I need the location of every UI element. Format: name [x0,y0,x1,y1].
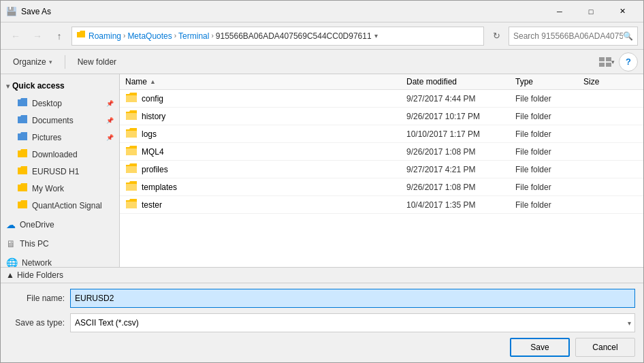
minimize-button[interactable]: ─ [544,1,575,22]
folder-icon [125,163,138,176]
col-name-header[interactable]: Name ▲ [125,77,406,86]
organize-button[interactable]: Organize ▾ [6,52,59,72]
svg-rect-8 [126,95,137,102]
breadcrumb-chevron-icon: ▾ [374,32,378,40]
sidebar-item-mywork[interactable]: My Work [1,180,119,197]
desktop-folder-icon [17,97,28,109]
search-icon: 🔍 [623,31,633,41]
thispc-icon: 🖥 [6,238,16,249]
search-input[interactable] [513,31,623,41]
sidebar-item-quantaction-label: QuantAction Signal [32,201,102,210]
view-options-button[interactable]: ▾ [597,52,616,72]
sidebar-item-pictures-label: Pictures [32,133,61,142]
folder-icon [125,198,138,211]
maximize-button[interactable]: □ [575,1,607,22]
svg-rect-9 [126,113,137,120]
pin-icon-pics: 📌 [106,134,114,141]
file-name-text: MQL4 [142,147,164,157]
quick-access-header[interactable]: ▾ Quick access [1,77,119,95]
col-type-header[interactable]: Type [515,77,583,86]
filename-input[interactable] [70,289,635,308]
svg-rect-12 [126,166,137,173]
forward-button[interactable]: → [28,27,47,46]
mywork-folder-icon [17,183,28,194]
file-date: 9/27/2017 4:21 PM [406,165,515,174]
breadcrumb-terminal[interactable]: Terminal [178,31,209,41]
save-button-label: Save [530,343,549,352]
table-row[interactable]: logs 10/10/2017 1:17 PM File folder [120,125,643,143]
breadcrumb-bar[interactable]: Roaming › MetaQuotes › Terminal › 915566… [71,27,484,46]
table-row[interactable]: profiles 9/27/2017 4:21 PM File folder [120,161,643,178]
folder-icon [125,127,138,140]
cancel-button[interactable]: Cancel [575,338,635,357]
back-button[interactable]: ← [6,27,25,46]
network-icon: 🌐 [6,257,18,267]
table-row[interactable]: MQL4 9/26/2017 1:08 PM File folder [120,143,643,161]
sidebar-item-pictures[interactable]: Pictures 📌 [1,129,119,146]
file-type: File folder [515,147,583,157]
search-box[interactable]: 🔍 [509,27,638,46]
breadcrumb-roaming[interactable]: Roaming [88,31,121,41]
savetype-select[interactable]: ASCII Text (*.csv) [70,313,635,332]
hide-folders-arrow-icon: ▲ [6,270,14,280]
table-row[interactable]: tester 10/4/2017 1:35 PM File folder [120,196,643,214]
view-icon [599,57,611,67]
file-name-text: history [142,112,165,121]
organize-chevron-icon: ▾ [49,59,52,65]
breadcrumb-metaquotes[interactable]: MetaQuotes [127,31,172,41]
sidebar-item-downloaded[interactable]: Downloaded [1,146,119,163]
footer: File name: Save as type: ASCII Text (*.c… [1,283,643,362]
sidebar-item-thispc-label: This PC [20,239,49,249]
new-folder-button[interactable]: New folder [71,52,123,72]
title-bar: Save As ─ □ ✕ [1,1,643,22]
save-button[interactable]: Save [510,338,570,357]
sort-arrow-icon: ▲ [150,78,156,85]
col-type-label: Type [515,77,533,86]
refresh-button[interactable]: ↻ [487,27,506,46]
sidebar-item-onedrive-label: OneDrive [20,220,54,230]
sidebar-item-onedrive[interactable]: ☁ OneDrive [1,217,119,233]
table-row[interactable]: history 9/26/2017 10:17 PM File folder [120,108,643,125]
file-rows-container: config 9/27/2017 4:44 PM File folder his… [120,90,643,214]
col-date-header[interactable]: Date modified [406,77,515,86]
svg-rect-5 [606,57,611,61]
close-button[interactable]: ✕ [607,1,638,22]
file-name-text: logs [142,129,157,139]
file-date: 9/27/2017 4:44 PM [406,94,515,104]
sidebar-item-documents[interactable]: Documents 📌 [1,112,119,129]
window-controls: ─ □ ✕ [544,1,638,22]
file-type: File folder [515,112,583,121]
table-row[interactable]: templates 9/26/2017 1:08 PM File folder [120,178,643,196]
sidebar-item-desktop[interactable]: Desktop 📌 [1,95,119,112]
file-type: File folder [515,165,583,174]
file-type: File folder [515,129,583,139]
sidebar-item-documents-label: Documents [32,116,74,125]
file-type: File folder [515,94,583,104]
col-date-label: Date modified [406,77,457,86]
sidebar-item-eurusd[interactable]: EURUSD H1 [1,163,119,180]
sidebar-item-quantaction[interactable]: QuantAction Signal [1,197,119,214]
eurusd-folder-icon [17,165,28,177]
quantaction-folder-icon [17,200,28,211]
hide-folders-bar: ▲ Hide Folders [1,267,643,283]
col-size-header[interactable]: Size [583,77,638,86]
main-content: ▾ Quick access Desktop 📌 Document [1,74,643,267]
sidebar-item-network[interactable]: 🌐 Network [1,255,119,267]
new-folder-label: New folder [78,57,116,67]
file-name-text: templates [142,183,177,192]
organize-label: Organize [13,57,46,67]
sidebar-item-network-label: Network [22,258,52,267]
sidebar-item-thispc[interactable]: 🖥 This PC [1,236,119,252]
pin-icon: 📌 [106,100,114,107]
sidebar-item-mywork-label: My Work [32,184,64,193]
help-button[interactable]: ? [619,52,638,72]
savetype-select-wrapper: ASCII Text (*.csv) ▾ [70,313,635,332]
hide-folders-button[interactable]: ▲ Hide Folders [6,270,63,280]
svg-rect-3 [7,12,16,16]
file-date: 10/4/2017 1:35 PM [406,200,515,210]
up-button[interactable]: ↑ [50,27,69,46]
svg-rect-11 [126,148,137,155]
sidebar: ▾ Quick access Desktop 📌 Document [1,74,120,267]
file-type: File folder [515,200,583,210]
table-row[interactable]: config 9/27/2017 4:44 PM File folder [120,90,643,108]
